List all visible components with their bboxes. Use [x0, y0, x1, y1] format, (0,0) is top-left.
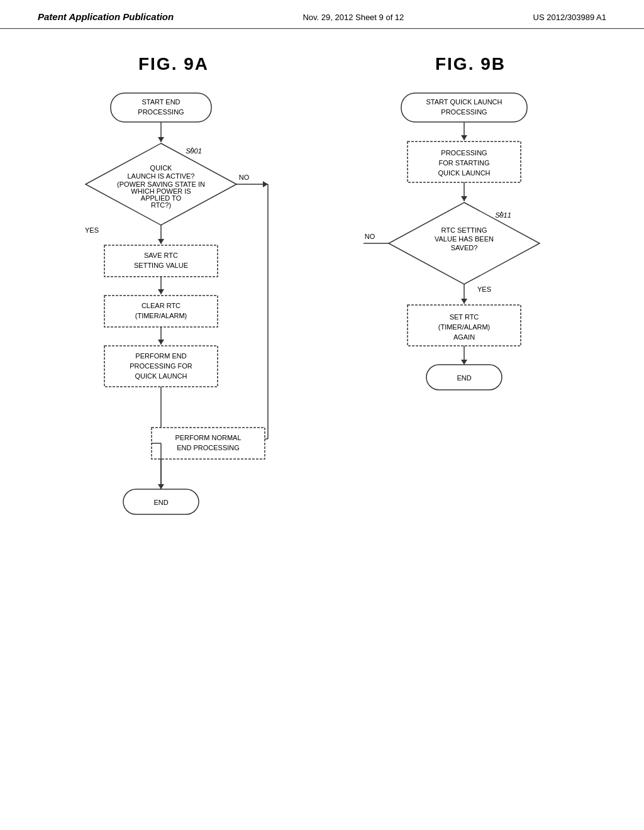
svg-text:PROCESSING FOR: PROCESSING FOR [130, 362, 192, 370]
svg-text:PROCESSING: PROCESSING [441, 108, 487, 116]
svg-marker-15 [263, 181, 268, 187]
svg-marker-58 [461, 135, 467, 140]
svg-text:END PROCESSING: END PROCESSING [177, 444, 240, 451]
svg-marker-51 [158, 484, 164, 489]
header-patent-number: US 2012/303989 A1 [533, 13, 606, 22]
main-content: FIG. 9A START END PROCESSING S901 / QUIC… [0, 29, 644, 722]
svg-text:START QUICK LAUNCH: START QUICK LAUNCH [426, 98, 502, 106]
figure-9b-container: FIG. 9B START QUICK LAUNCH PROCESSING S9… [322, 48, 619, 703]
svg-marker-85 [461, 360, 467, 365]
svg-text:START END: START END [142, 98, 180, 106]
svg-rect-46 [152, 428, 265, 459]
svg-text:(TIMER/ALARM): (TIMER/ALARM) [438, 323, 491, 331]
fig-9b-flowchart: START QUICK LAUNCH PROCESSING S910 / PRO… [351, 87, 590, 514]
svg-text:QUICK LAUNCH: QUICK LAUNCH [438, 169, 490, 177]
svg-marker-69 [389, 202, 540, 284]
svg-text:S901: S901 [186, 147, 202, 155]
fig-9a-label: FIG. 9A [138, 54, 209, 74]
svg-rect-22 [104, 245, 218, 277]
svg-text:SET RTC: SET RTC [450, 313, 479, 321]
svg-text:NO: NO [365, 233, 375, 240]
svg-rect-29 [104, 296, 218, 327]
svg-marker-66 [461, 196, 467, 201]
svg-rect-54 [401, 93, 527, 122]
header-publication-type: Patent Application Publication [38, 11, 174, 22]
svg-text:LAUNCH IS ACTIVE?: LAUNCH IS ACTIVE? [128, 172, 195, 180]
svg-text:PROCESSING: PROCESSING [441, 149, 487, 157]
svg-marker-77 [461, 299, 467, 304]
svg-text:FOR STARTING: FOR STARTING [439, 159, 490, 167]
svg-text:NO: NO [239, 174, 250, 181]
svg-marker-33 [158, 340, 164, 345]
svg-text:PROCESSING: PROCESSING [138, 108, 184, 116]
svg-text:SAVE RTC: SAVE RTC [144, 252, 178, 259]
svg-text:END: END [457, 374, 471, 382]
svg-text:(TIMER/ALARM): (TIMER/ALARM) [135, 312, 187, 319]
svg-marker-26 [158, 289, 164, 294]
svg-text:YES: YES [477, 285, 491, 293]
svg-text:END: END [153, 499, 168, 506]
svg-text:SAVED?: SAVED? [451, 244, 478, 252]
svg-text:VALUE HAS BEEN: VALUE HAS BEEN [435, 235, 494, 243]
svg-marker-19 [158, 239, 164, 244]
svg-text:S911: S911 [495, 211, 511, 219]
header-date-sheet: Nov. 29, 2012 Sheet 9 of 12 [303, 13, 404, 22]
svg-text:QUICK LAUNCH: QUICK LAUNCH [135, 372, 187, 380]
page-header: Patent Application Publication Nov. 29, … [0, 0, 644, 29]
fig-9a-flowchart: START END PROCESSING S901 / QUICK LAUNCH… [54, 87, 293, 703]
svg-marker-4 [158, 137, 164, 142]
svg-text:AGAIN: AGAIN [453, 333, 475, 341]
svg-text:YES: YES [85, 226, 99, 234]
svg-text:PERFORM END: PERFORM END [135, 352, 186, 360]
figure-9a-container: FIG. 9A START END PROCESSING S901 / QUIC… [25, 48, 322, 703]
fig-9b-label: FIG. 9B [435, 54, 506, 74]
svg-text:RTC SETTING: RTC SETTING [441, 226, 487, 234]
svg-text:RTC?): RTC?) [151, 201, 171, 209]
svg-text:CLEAR RTC: CLEAR RTC [142, 302, 180, 309]
svg-rect-0 [111, 93, 211, 122]
svg-text:SETTING VALUE: SETTING VALUE [134, 262, 188, 269]
svg-text:PERFORM NORMAL: PERFORM NORMAL [175, 434, 241, 441]
svg-text:QUICK: QUICK [150, 164, 173, 172]
